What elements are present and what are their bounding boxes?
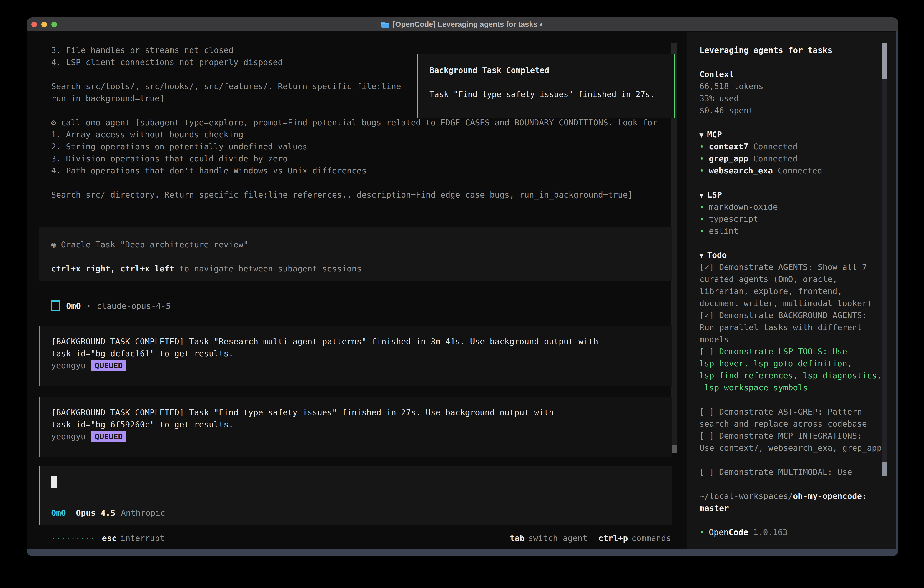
agent-avatar-icon: [51, 301, 60, 311]
green-dot-icon: •: [700, 166, 705, 175]
lsp-section-header[interactable]: ▼LSP: [700, 189, 888, 201]
esc-key-hint[interactable]: esc: [102, 533, 117, 543]
todo-item-line-active: lsp_find_references, lsp_diagnostics,: [700, 370, 888, 382]
status-badge: QUEUED: [91, 360, 126, 371]
chevron-down-icon: ▼: [700, 191, 703, 199]
mcp-section-header[interactable]: ▼MCP: [700, 129, 888, 140]
green-dot-icon: •: [700, 202, 705, 211]
todo-item-line: curated agents (OmO, oracle,: [700, 273, 888, 285]
window-edge-right: [896, 31, 898, 556]
window-edge-bottom: [27, 549, 898, 556]
tab-key-hint[interactable]: tab: [510, 533, 525, 543]
toast-body: Task "Find type safety issues" finished …: [429, 88, 674, 101]
version-row: •OpenCode 1.0.163: [700, 526, 888, 538]
text-cursor: [51, 476, 57, 488]
window-title-wrap: [OpenCode] Leveraging agents for tasks ◐: [27, 17, 898, 31]
workspace-branch: master: [700, 502, 888, 514]
toast-title: Background Task Completed: [429, 64, 674, 76]
mcp-item: •context7 Connected: [700, 140, 888, 153]
agent-model: claude-opus-4-5: [97, 301, 171, 311]
terminal-line: 2. String operations on potentially unde…: [51, 140, 678, 153]
green-dot-icon: •: [700, 226, 705, 236]
oracle-hint: ctrl+x right, ctrl+x left to navigate be…: [51, 263, 672, 275]
app-name-regular: Open: [709, 527, 729, 537]
mcp-item-status: [748, 142, 753, 151]
status-bar-right: tab switch agent ctrl+p commands: [510, 533, 671, 543]
todo-item-line-active: lsp_hover, lsp_goto_definition,: [700, 357, 888, 370]
session-title: Leveraging agents for tasks: [700, 44, 888, 56]
chat-scrollbar-top-cap: [672, 43, 677, 55]
todo-item-line: librarian, explore, frontend,: [700, 285, 888, 297]
todo-item-line: Run parallel tasks with different: [700, 321, 888, 333]
toast-spacer: [429, 76, 674, 88]
mcp-item-name: grep_app: [709, 154, 748, 163]
chat-scrollbar-thumb[interactable]: [672, 444, 677, 453]
input-provider-name: Anthropic: [121, 508, 165, 517]
lsp-item: •markdown-oxide: [700, 201, 888, 213]
context-heading: Context: [700, 68, 888, 80]
terminal-content: 3. File handles or streams not closed 4.…: [27, 32, 898, 556]
context-tokens: 66,518 tokens: [700, 80, 888, 92]
agent-name: OmO: [66, 301, 81, 311]
lsp-item: •typescript: [700, 213, 888, 225]
todo-item-line: [ ] Demonstrate AST-GREP: Pattern: [700, 406, 888, 418]
terminal-line: 3. Division operations that could divide…: [51, 153, 678, 165]
message-background-task-2: [BACKGROUND TASK COMPLETED] Task "Find t…: [39, 397, 672, 457]
status-bar: ········· esc interrupt tab switch agent…: [51, 532, 671, 544]
message-meta: yeongyu QUEUED: [51, 430, 665, 443]
status-bar-left: ········· esc interrupt: [51, 533, 165, 543]
terminal-line: [51, 177, 678, 189]
blank-line: [700, 478, 888, 490]
commands-key-hint[interactable]: ctrl+p: [599, 533, 628, 543]
blank-line: [700, 454, 888, 466]
blank-line: [700, 237, 888, 249]
esc-key-label: interrupt: [120, 533, 165, 543]
input-model-name[interactable]: Opus 4.5: [76, 508, 115, 517]
spinner-dots-icon: ·········: [51, 533, 95, 543]
commands-key-label: commands: [632, 533, 671, 543]
todo-section-header[interactable]: ▼Todo: [700, 249, 888, 261]
oracle-spacer: [51, 251, 672, 263]
message-line: task_id="bg_dcfac161" to get results.: [51, 347, 665, 360]
todo-item-line: models: [700, 333, 888, 345]
green-dot-icon: •: [700, 154, 705, 163]
mcp-item: •grep_app Connected: [700, 153, 888, 165]
lsp-item-name: typescript: [709, 214, 758, 223]
todo-item-line: [✓] Demonstrate AGENTS: Show all 7: [700, 261, 888, 273]
todo-item-line: Use context7, websearch_exa, grep_app: [700, 442, 888, 454]
app-name-bold: Code: [728, 527, 748, 537]
workspace-path: ~/local-workspaces/oh-my-opencode:: [700, 490, 888, 502]
lsp-heading: LSP: [707, 190, 722, 200]
message-author: yeongyu: [51, 432, 86, 441]
oracle-hint-keys: ctrl+x right, ctrl+x left: [51, 264, 174, 273]
input-agent-name[interactable]: OmO: [51, 508, 66, 517]
todo-item-line: [✓] Demonstrate BACKGROUND AGENTS:: [700, 309, 888, 321]
lsp-item: •eslint: [700, 225, 888, 237]
todo-heading: Todo: [707, 250, 727, 260]
mcp-item-status: [748, 154, 753, 163]
oracle-hint-text: to navigate between subagent sessions: [174, 264, 362, 273]
status-badge: QUEUED: [91, 431, 126, 442]
oracle-task-box: ◉ Oracle Task "Deep architecture review"…: [39, 227, 672, 281]
background-task-toast[interactable]: Background Task Completed Task "Find typ…: [417, 55, 675, 119]
prompt-input[interactable]: OmOOpus 4.5Anthropic: [39, 466, 672, 525]
message-meta: yeongyu QUEUED: [51, 360, 665, 372]
blank-line: [700, 177, 888, 189]
todo-item-line-active: [ ] Demonstrate LSP TOOLS: Use: [700, 345, 888, 357]
blank-line: [700, 116, 888, 129]
mcp-item-status: [773, 166, 778, 175]
workspace-path-repo: oh-my-opencode:: [793, 491, 867, 501]
message-background-task-1: [BACKGROUND TASK COMPLETED] Task "Resear…: [39, 326, 672, 386]
message-line: task_id="bg_6f59260c" to get results.: [51, 418, 665, 430]
mcp-item-name: websearch_exa: [709, 166, 773, 175]
agent-header: OmO · claude-opus-4-5: [51, 299, 171, 313]
app-version-number: 1.0.163: [753, 527, 788, 537]
todo-item-line: [ ] Demonstrate MULTIMODAL: Use: [700, 466, 888, 478]
terminal-line: 4. Path operations that don't handle Win…: [51, 165, 678, 177]
context-spent: $0.46 spent: [700, 104, 888, 116]
todo-item-line-active: lsp_workspace_symbols: [700, 382, 888, 393]
todo-item-line: document-writer, multimodal-looker): [700, 297, 888, 309]
folder-icon: [381, 21, 389, 28]
message-author: yeongyu: [51, 361, 86, 370]
blank-line: [700, 514, 888, 526]
